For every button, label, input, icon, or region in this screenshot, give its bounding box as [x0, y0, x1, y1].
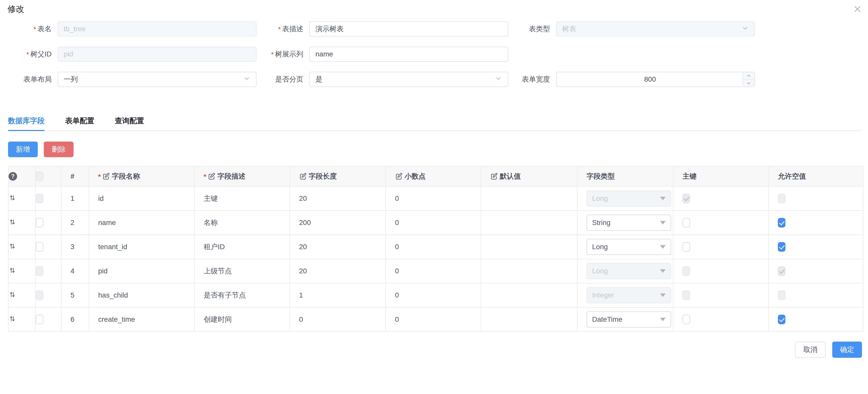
nullable-checkbox[interactable] — [778, 315, 785, 324]
field-name-cell: id — [89, 187, 194, 210]
field-type-select[interactable]: Long — [587, 239, 671, 255]
primary-key-checkbox[interactable] — [682, 315, 690, 324]
field-type-cell: String — [577, 210, 673, 235]
field-label: *表名 — [0, 24, 58, 34]
nullable-cell — [769, 307, 863, 332]
form-row-2: *树父ID *树展示列 — [0, 47, 868, 62]
primary-key-cell — [673, 235, 769, 259]
table-row: 1 id 主键 20 0 Long — [8, 187, 863, 210]
field-type-select[interactable]: DateTime — [587, 311, 671, 328]
chevron-down-icon — [243, 75, 250, 84]
caret-down-icon — [660, 245, 665, 249]
confirm-button[interactable]: 确定 — [832, 342, 862, 358]
edit-icon — [102, 173, 110, 180]
index-cell: 1 — [61, 187, 89, 210]
pagination-select[interactable]: 是 — [309, 72, 508, 87]
form-layout-select[interactable]: 一列 — [58, 72, 256, 87]
header-field-type: 字段类型 — [577, 166, 673, 187]
row-checkbox[interactable] — [36, 315, 43, 324]
delete-field-button[interactable]: 删除 — [44, 142, 73, 157]
tab-form-config[interactable]: 表单配置 — [65, 113, 94, 131]
drag-cell — [8, 259, 35, 283]
drag-sort-icon[interactable] — [8, 242, 16, 250]
field-type-cell: Integer — [577, 283, 673, 307]
table-row: 2 name 名称 200 0 String — [8, 210, 863, 235]
stepper-up-button[interactable] — [743, 72, 754, 80]
chevron-down-icon — [741, 24, 749, 34]
default-cell — [481, 235, 577, 259]
header-primary-key: 主键 — [673, 166, 769, 187]
tab-query-config[interactable]: 查询配置 — [115, 113, 144, 131]
close-icon[interactable] — [852, 3, 863, 15]
table-type-select: 树表 — [556, 21, 755, 36]
drag-sort-icon[interactable] — [8, 291, 16, 298]
table-desc-input[interactable] — [309, 21, 508, 36]
nullable-checkbox[interactable] — [778, 218, 785, 227]
field-label: 表单布局 — [0, 75, 58, 84]
form-item-tree-display-col: *树展示列 — [256, 47, 508, 62]
drag-sort-icon[interactable] — [8, 194, 16, 201]
field-length-cell: 200 — [290, 210, 386, 235]
cancel-button[interactable]: 取消 — [795, 342, 826, 358]
form-width-input-field[interactable] — [562, 75, 738, 83]
field-label: 表单宽度 — [508, 75, 556, 84]
decimal-cell: 0 — [386, 283, 481, 307]
required-asterisk: * — [278, 25, 281, 33]
tree-parent-input-field — [64, 50, 250, 58]
drag-sort-icon[interactable] — [8, 266, 16, 274]
field-desc-cell: 租户ID — [194, 235, 290, 259]
table-row: 5 has_child 是否有子节点 1 0 Integer — [8, 283, 863, 307]
drag-sort-icon[interactable] — [8, 315, 16, 322]
drag-cell — [8, 187, 35, 210]
primary-key-cell — [673, 307, 769, 332]
select-value: 是 — [315, 75, 492, 84]
row-select-cell — [35, 187, 61, 210]
field-length-cell: 20 — [290, 187, 386, 210]
field-label: *树展示列 — [256, 49, 309, 59]
table-desc-input-field[interactable] — [315, 25, 502, 33]
default-cell — [481, 307, 577, 332]
required-asterisk: * — [33, 25, 36, 33]
row-checkbox[interactable] — [36, 218, 43, 227]
tab-database-fields[interactable]: 数据库字段 — [8, 113, 44, 131]
primary-key-checkbox[interactable] — [682, 218, 690, 227]
nullable-checkbox — [778, 290, 785, 300]
index-cell: 5 — [61, 283, 89, 307]
row-select-cell — [35, 235, 61, 259]
nullable-cell — [769, 235, 863, 259]
field-name-cell: tenant_id — [89, 235, 194, 259]
header-default: 默认值 — [481, 166, 577, 187]
form-item-pagination: 是否分页 是 — [256, 72, 508, 87]
tab-bar: 数据库字段 表单配置 查询配置 — [8, 113, 862, 131]
primary-key-checkbox[interactable] — [682, 242, 690, 252]
nullable-checkbox — [778, 266, 785, 276]
field-desc-cell: 上级节点 — [194, 259, 290, 283]
nullable-checkbox[interactable] — [778, 242, 785, 252]
index-cell: 6 — [61, 307, 89, 332]
tree-display-col-input-field[interactable] — [315, 50, 502, 58]
drag-sort-icon[interactable] — [8, 218, 16, 226]
help-icon[interactable]: ? — [8, 172, 17, 180]
stepper-down-button[interactable] — [743, 80, 754, 86]
field-desc-cell: 名称 — [194, 210, 290, 235]
row-checkbox — [36, 194, 43, 203]
nullable-cell — [769, 259, 863, 283]
table-row: 4 pid 上级节点 20 0 Long — [8, 259, 863, 283]
drag-cell — [8, 283, 35, 307]
caret-down-icon — [660, 293, 665, 297]
form-width-number-input[interactable] — [556, 72, 755, 87]
add-field-button[interactable]: 新增 — [8, 142, 38, 157]
edit-icon — [208, 173, 215, 180]
field-label: *树父ID — [0, 49, 58, 59]
field-type-select[interactable]: String — [587, 215, 671, 231]
field-desc-cell: 创建时间 — [194, 307, 290, 332]
row-checkbox — [36, 266, 43, 276]
table-config-form: *表名 *表描述 表类型 树表 *树父ID *树展示列 — [0, 21, 868, 97]
required-asterisk: * — [26, 51, 29, 58]
primary-key-checkbox — [682, 194, 690, 203]
decimal-cell: 0 — [386, 187, 481, 210]
index-cell: 2 — [61, 210, 89, 235]
row-checkbox[interactable] — [36, 242, 43, 252]
edit-icon — [395, 173, 403, 180]
tree-display-col-input[interactable] — [309, 47, 508, 62]
